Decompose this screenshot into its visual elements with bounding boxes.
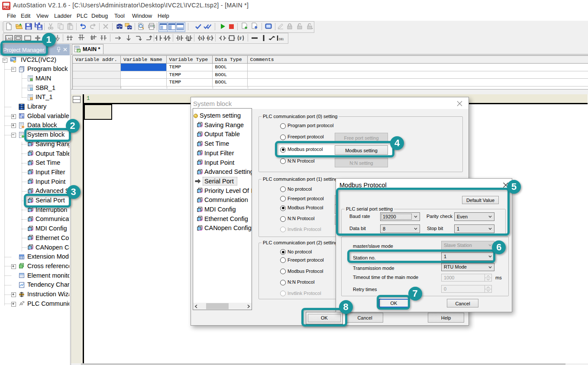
svg-text:LAD: LAD (6, 37, 13, 41)
svg-text:C: C (209, 36, 212, 41)
svg-text:PLC: PLC (3, 6, 9, 9)
svg-text:F: F (239, 36, 242, 41)
svg-text:DEL: DEL (279, 38, 284, 41)
svg-text:S: S (200, 36, 202, 41)
